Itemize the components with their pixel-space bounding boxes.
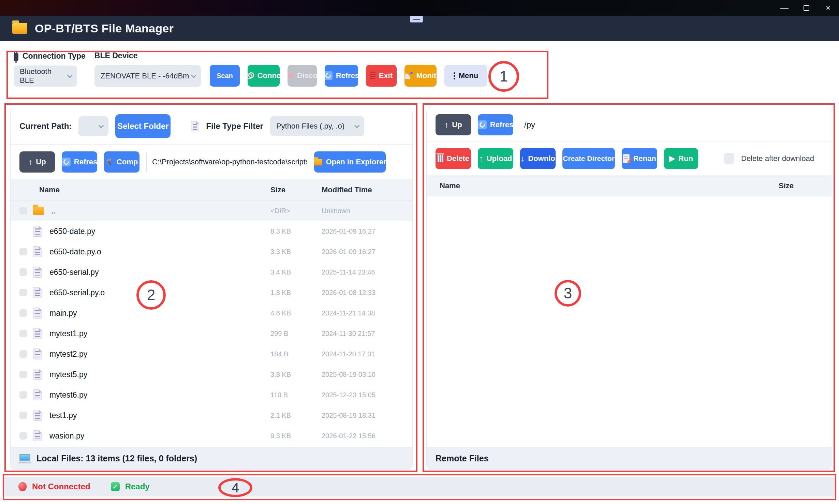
table-row[interactable]: test1.py 2.1 KB 2025-08-19 18:31 [11, 405, 412, 426]
ble-device-select[interactable]: ZENOVATE BLE - -64dBm [94, 65, 201, 87]
table-row[interactable]: e650-serial.py.o 1.8 KB 2026-01-08 12:33 [11, 282, 412, 303]
maximize-button[interactable] [795, 0, 817, 16]
down-arrow-icon: ↓ [520, 154, 525, 163]
file-icon [33, 349, 42, 359]
file-size: 3.8 KB [270, 371, 322, 379]
local-path-input[interactable]: C:\Projects\software\op-python-testcode\… [146, 151, 307, 173]
run-button[interactable]: ▶ Run [664, 148, 698, 169]
delete-button[interactable]: Delete [436, 148, 471, 169]
file-size: 1.8 KB [270, 289, 322, 297]
satellite-icon [405, 72, 413, 80]
rename-button[interactable]: Renan [622, 148, 657, 169]
chevron-down-icon [67, 73, 72, 78]
row-checkbox[interactable] [19, 309, 27, 317]
delete-after-download-checkbox[interactable] [724, 153, 734, 164]
remote-refresh-button[interactable]: Refres [478, 114, 513, 135]
connect-button[interactable]: Conne [248, 65, 280, 87]
compile-button[interactable]: Comp [104, 151, 139, 173]
file-mtime: 2025-08-19 18:31 [322, 412, 403, 419]
file-mtime: 2026-01-09 16:27 [322, 248, 403, 256]
ble-device-label: BLE Device [94, 51, 201, 60]
table-row[interactable]: mytest2.py 184 B 2024-11-20 17:01 [11, 344, 412, 364]
column-header-name[interactable]: Name [19, 186, 270, 194]
table-row[interactable]: .. <DIR> Unknown [11, 201, 412, 221]
row-checkbox[interactable] [19, 289, 27, 296]
overlay-indicator-icon [410, 16, 423, 23]
file-mtime: 2025-08-19 03:10 [322, 371, 403, 379]
select-folder-button[interactable]: Select Folder [115, 114, 171, 138]
table-row[interactable]: e650-date.py.o 3.3 KB 2026-01-09 16:27 [11, 241, 412, 262]
door-icon [370, 72, 376, 80]
column-header-mtime[interactable]: Modified Time [322, 186, 403, 194]
title-bar: — × [0, 0, 839, 16]
upload-button[interactable]: ↑ Upload [478, 148, 513, 169]
refresh-button[interactable]: Refres [325, 65, 358, 87]
download-button[interactable]: ↓ Downlo [520, 148, 556, 169]
row-checkbox[interactable] [19, 207, 27, 214]
file-name: mytest1.py [49, 329, 270, 338]
file-mtime: 2024-11-30 21:57 [322, 330, 403, 338]
connection-type-select[interactable]: Bluetooth BLE [14, 65, 77, 87]
annotation-circle-1: 1 [488, 61, 519, 92]
file-mtime: Unknown [322, 207, 403, 215]
table-row[interactable]: mytest1.py 299 B 2024-11-30 21:57 [11, 323, 412, 344]
computer-icon [19, 454, 30, 461]
row-checkbox[interactable] [19, 330, 27, 337]
row-checkbox[interactable] [19, 391, 27, 399]
file-size: 4.6 KB [270, 309, 322, 317]
table-row[interactable]: wasion.py 9.3 KB 2026-01-22 15:56 [11, 426, 412, 446]
row-checkbox[interactable] [19, 371, 27, 378]
table-row[interactable]: mytest5.py 3.8 KB 2025-08-19 03:10 [11, 364, 412, 385]
row-checkbox[interactable] [19, 412, 27, 419]
app-title: OP-BT/BTS File Manager [35, 22, 174, 35]
file-mtime: 2024-11-21 14:38 [322, 309, 403, 317]
file-icon [33, 369, 42, 380]
table-row[interactable]: main.py 4.6 KB 2024-11-21 14:38 [11, 303, 412, 323]
folder-icon [33, 207, 44, 215]
table-row[interactable]: e650-serial.py 3.4 KB 2025-11-14 23:46 [11, 262, 412, 282]
local-up-button[interactable]: ↑ Up [19, 151, 55, 173]
file-icon [33, 267, 42, 278]
status-bar: Not Connected ✓ Ready [3, 477, 836, 496]
close-button[interactable]: × [817, 0, 839, 16]
file-name: wasion.py [49, 431, 270, 441]
open-in-explorer-button[interactable]: Open in Explorer [314, 151, 386, 173]
minimize-button[interactable]: — [774, 0, 795, 16]
monitor-button[interactable]: Monit [404, 65, 437, 87]
file-filter-icon [191, 121, 199, 131]
row-checkbox[interactable] [19, 432, 27, 440]
local-refresh-button[interactable]: Refres [62, 151, 97, 173]
disconnect-button[interactable]: Disco [288, 65, 317, 87]
chain-link-icon [248, 72, 254, 79]
file-type-filter-select[interactable]: Python Files (.py, .o) [270, 116, 364, 136]
remote-up-button[interactable]: ↑ Up [436, 114, 471, 135]
remote-table-header: Name Size [427, 175, 832, 196]
column-header-size[interactable]: Size [779, 181, 823, 190]
file-icon [33, 328, 42, 339]
current-path-label: Current Path: [19, 121, 72, 131]
current-path-select[interactable] [78, 116, 108, 136]
menu-button[interactable]: Menu [444, 65, 487, 87]
column-header-name[interactable]: Name [436, 181, 779, 190]
file-name: test1.py [49, 411, 270, 420]
file-icon [33, 430, 42, 441]
exit-button[interactable]: Exit [366, 65, 397, 87]
table-row[interactable]: e650-date.py 8.3 KB 2026-01-09 16:27 [11, 221, 412, 241]
file-mtime: 2026-01-22 15:56 [322, 432, 403, 440]
local-table-header: Name Size Modified Time [11, 179, 412, 201]
scan-button[interactable]: Scan [210, 65, 240, 87]
table-row[interactable]: mytest6.py 110 B 2025-12-23 15:05 [11, 385, 412, 405]
local-actions-row: ↑ Up Refres Comp C:\Projects\software\op… [11, 145, 412, 179]
row-checkbox[interactable] [19, 350, 27, 358]
file-name: e650-serial.py.o [49, 288, 270, 297]
delete-after-download-label: Delete after download [741, 154, 814, 163]
column-header-size[interactable]: Size [270, 186, 322, 194]
create-directory-button[interactable]: Create Director [562, 148, 615, 169]
remote-files-panel: ↑ Up Refres /py Delete ↑ Upload ↓ Downlo… [426, 108, 832, 470]
file-size: 299 B [270, 330, 322, 338]
row-checkbox[interactable] [19, 268, 27, 276]
file-icon [33, 226, 42, 237]
row-checkbox[interactable] [19, 248, 27, 255]
file-mtime: 2025-12-23 15:05 [322, 391, 403, 399]
x-icon [288, 72, 294, 79]
